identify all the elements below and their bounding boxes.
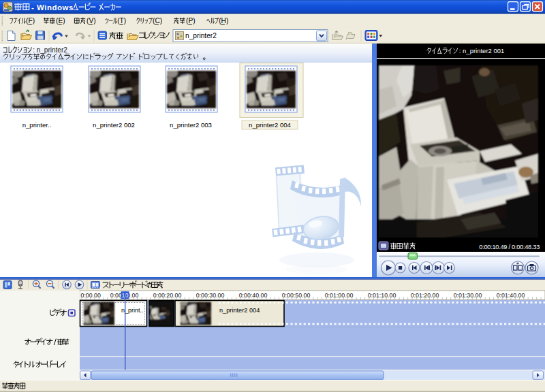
svg-text:n_printer2 004: n_printer2 004 (249, 121, 292, 129)
svg-text:(H): (H) (219, 17, 228, 24)
svg-text:(V): (V) (87, 17, 96, 24)
svg-text:n_print..: n_print.. (121, 307, 144, 314)
svg-text:(P): (P) (186, 17, 196, 24)
svg-text:(C): (C) (153, 17, 162, 24)
svg-text:n_printer2 003: n_printer2 003 (170, 121, 212, 129)
svg-text:n_printer2 004: n_printer2 004 (219, 307, 260, 314)
svg-text:(E): (E) (56, 17, 65, 24)
svg-text:- Windows: - Windows (31, 3, 74, 12)
svg-text:n_printer2: n_printer2 (185, 32, 217, 39)
svg-text:: n_printer2 001: : n_printer2 001 (459, 47, 505, 54)
svg-text:: n_printer2: : n_printer2 (33, 46, 67, 54)
svg-text:n_printer..: n_printer.. (22, 121, 52, 129)
svg-text:0:00:10.49 / 0:00:48.33: 0:00:10.49 / 0:00:48.33 (479, 244, 540, 250)
svg-text:(F): (F) (26, 17, 35, 24)
svg-text:n_printer2 002: n_printer2 002 (93, 121, 135, 129)
svg-text:(T): (T) (117, 17, 126, 24)
svg-text:0:00.00: 0:00.00 (81, 292, 101, 299)
